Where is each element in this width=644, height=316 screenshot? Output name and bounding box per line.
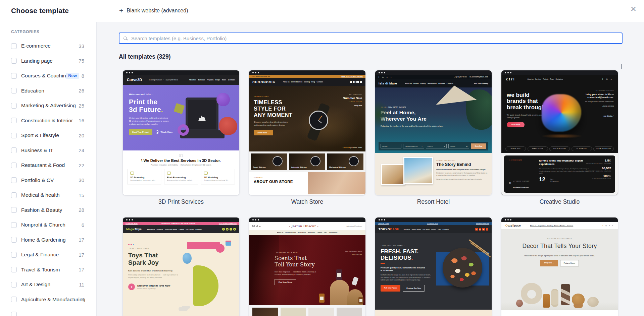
category-medical-health[interactable]: Medical & health15 — [11, 188, 96, 203]
booking-bar: Location Type placeholder text▾ Check-in… — [379, 142, 488, 150]
site-category-tiles: Quartz Watches Automatic Watches Mechani… — [249, 151, 365, 172]
checkbox[interactable] — [11, 267, 17, 272]
template-card-cozyspace[interactable]: CozySpace About us Inspiration Catalog N… — [501, 217, 618, 316]
checkbox[interactable] — [11, 207, 17, 213]
scanning-icon — [130, 172, 134, 175]
category-sport-lifestyle[interactable]: Sport & Lifestyle20 — [11, 128, 96, 143]
category-list: E-commerce33 Landing page75 Courses & Co… — [11, 39, 96, 316]
category-nonprofit-church[interactable]: Nonprofit & Church6 — [11, 217, 96, 233]
instagram-icon: ◎ — [226, 228, 229, 231]
search-input[interactable] — [131, 36, 618, 41]
template-name: 3D Print Services — [123, 198, 239, 205]
category-home-gardening[interactable]: Home & Gardening17 — [11, 233, 96, 248]
window-dot-icon — [258, 72, 259, 73]
site-product-strip — [249, 305, 365, 316]
category-restaurant-food[interactable]: Restaurant & Food22 — [11, 158, 96, 173]
site-hero: WELCOME TO COZYSPACE Decor That Tells Yo… — [501, 229, 618, 310]
pink-bar-shape — [187, 242, 220, 249]
category-art-design[interactable]: Art & Design11 — [11, 277, 96, 292]
product-tile — [337, 308, 362, 316]
sushi-platter-shape — [443, 248, 482, 288]
checkbox[interactable] — [11, 163, 17, 168]
guests-field: Type placeholder text▾ — [403, 144, 424, 148]
site-topbar: FREE SHIPPING FROM $50NEED HELP: +1 (800… — [249, 75, 365, 78]
explore-sets-button: Explore Our Sets — [403, 285, 425, 292]
site-navbar: TOKYODASH About us How It Works Our Menu… — [375, 225, 492, 233]
facebook-icon: f — [350, 81, 352, 83]
category-construction-interior[interactable]: Construction & Interior16 — [11, 113, 96, 128]
site-navbar: CHRONOVIA About us Limited Edition Catal… — [249, 78, 365, 86]
template-card-magictoys[interactable]: +1 (234) 567 89 00 SHOWROOM: 123A EGMONT… — [123, 217, 239, 316]
checkbox[interactable] — [11, 252, 17, 258]
scrollbar-thumb[interactable] — [621, 64, 622, 69]
checkbox[interactable] — [11, 177, 17, 183]
template-card-jardin-obscur[interactable]: f◎▸ - Jardin Obscur - jardinobscur@email… — [249, 217, 365, 316]
category-legal-finance[interactable]: Legal & Finance17 — [11, 247, 96, 262]
checkbox[interactable] — [11, 118, 17, 123]
template-card-resort-hotel[interactable]: f ◎ ▸ t +1 (234) 567 89 00 ISLADEMARE@EM… — [375, 70, 492, 217]
calendar-icon: ▦ — [466, 145, 467, 147]
window-dot-icon — [132, 72, 133, 73]
checkbox[interactable] — [11, 312, 17, 316]
checkbox[interactable] — [11, 103, 17, 109]
site-topbar: Open 8 am - 10 pm +1 (234) 567 89 00 tok… — [375, 222, 492, 225]
template-preview: +1 (234) 567 89 00 SHOWROOM: 123A EGMONT… — [123, 217, 239, 316]
category-marketing-advertising[interactable]: Marketing & Advertising25 — [11, 98, 96, 113]
checkbox[interactable] — [11, 282, 17, 288]
checkbox[interactable] — [11, 58, 17, 64]
category-agriculture-manufacturing[interactable]: Agriculture & Manufacturing9 — [11, 292, 96, 307]
window-dot-icon — [379, 72, 380, 73]
site-hero: we buildbrands thatbreak through We guid… — [501, 83, 618, 144]
template-card-creative-studio[interactable]: ctrl About us Services Projects Team Con… — [501, 70, 618, 217]
feature-box: 3D ScanningCapture details of your produ… — [127, 169, 161, 184]
new-badge: New — [66, 73, 79, 79]
lets-work-button: let's work — [507, 122, 525, 127]
checkbox[interactable] — [11, 133, 17, 138]
accent-underline — [557, 252, 562, 252]
checkbox[interactable] — [11, 192, 17, 198]
perfume-bottle-shape — [336, 269, 342, 280]
window-dot-icon — [384, 72, 385, 73]
category-travel-tourism[interactable]: Travel & Tourism17 — [11, 262, 96, 277]
checkbox[interactable] — [11, 147, 17, 153]
checkbox[interactable] — [11, 88, 17, 93]
search-box[interactable] — [119, 33, 623, 44]
checkbox[interactable] — [11, 73, 17, 79]
site-about-section: //ABOUT US ABOUT OUR STORE — [249, 172, 365, 194]
template-card-tokyodash[interactable]: Open 8 am - 10 pm +1 (234) 567 89 00 tok… — [375, 217, 492, 316]
template-preview: Open 8 am - 10 pm +1 (234) 567 89 00 tok… — [375, 217, 492, 316]
instagram-icon: ◎ — [479, 228, 482, 231]
food-photo — [403, 157, 433, 184]
checkbox[interactable] — [11, 237, 17, 243]
checkbox[interactable] — [11, 43, 17, 49]
site-topbar: f ◎ ▸ t +1 (234) 567 89 00 ISLADEMARE@EM… — [375, 75, 492, 79]
checkbox[interactable] — [11, 222, 17, 228]
close-icon[interactable]: ✕ — [630, 5, 637, 14]
social-icons: f ◎ ▸ t — [379, 76, 393, 78]
youtube-icon: ▸ — [356, 81, 359, 83]
youtube-icon: ▸ — [482, 228, 485, 231]
blob-shadow — [541, 134, 583, 138]
category-courses-coaching[interactable]: Courses & CoachingNew8 — [11, 68, 96, 83]
category-business-it[interactable]: Business & IT24 — [11, 143, 96, 158]
product-tile — [252, 308, 278, 316]
category-fashion-beauty[interactable]: Fashion & Beauty28 — [11, 203, 96, 218]
window-dot-icon — [510, 72, 511, 73]
window-dot-icon — [252, 219, 254, 220]
twitter-icon: t — [486, 228, 489, 231]
template-card-watch-store[interactable]: FREE SHIPPING FROM $50NEED HELP: +1 (800… — [249, 70, 365, 217]
template-preview: FREE SHIPPING FROM $50NEED HELP: +1 (800… — [249, 70, 365, 195]
blank-website-button[interactable]: + Blank website (advanced) — [119, 7, 188, 14]
category-landing-page[interactable]: Landing page75 — [11, 54, 96, 69]
category-education[interactable]: Education26 — [11, 83, 96, 99]
checkbox[interactable] — [11, 297, 17, 302]
category-ecommerce[interactable]: E-commerce33 — [11, 39, 96, 54]
category-portfolio-cv[interactable]: Portfolio & CV30 — [11, 173, 96, 188]
window-dot-icon — [132, 219, 133, 220]
processing-icon — [167, 172, 171, 175]
category-partial-row[interactable] — [11, 307, 96, 316]
template-card-3d-print-services[interactable]: Curve3D 3d.print@email.com • +1 (234) 56… — [123, 70, 239, 217]
site-about-section: ABOUT US — [501, 310, 618, 316]
search-icon — [123, 37, 127, 40]
play-icon: ▶ — [156, 130, 159, 134]
